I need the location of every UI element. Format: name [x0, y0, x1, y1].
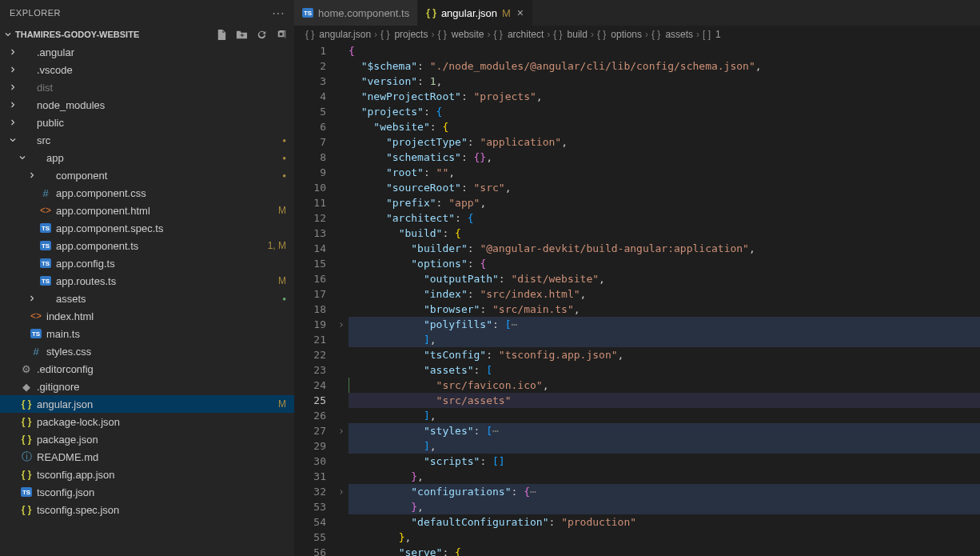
project-header[interactable]: THAMIRES-GODOY-WEBSITE [0, 26, 294, 43]
code-line[interactable]: "outputPath": "dist/website", [349, 271, 980, 286]
breadcrumb-item[interactable]: projects [394, 29, 428, 40]
code-line[interactable]: "polyfills": [⋯ [349, 317, 980, 332]
git-status: M [278, 205, 286, 216]
breadcrumb-item[interactable]: 1 [715, 29, 721, 40]
code-line[interactable]: "src/assets" [349, 393, 980, 408]
tree-file[interactable]: ⓘREADME.md [0, 448, 294, 466]
code-line[interactable]: "configurations": {⋯ [349, 484, 980, 499]
tree-file[interactable]: #app.component.css [0, 184, 294, 202]
fold-toggle [334, 302, 349, 317]
close-icon[interactable]: × [517, 6, 524, 19]
tree-folder[interactable]: src● [0, 131, 294, 149]
code-line[interactable]: "options": { [349, 256, 980, 271]
code-line[interactable]: "scripts": [] [349, 454, 980, 469]
tree-folder[interactable]: assets● [0, 290, 294, 307]
code-line[interactable]: }, [349, 499, 980, 514]
tree-file[interactable]: { }package.json [0, 430, 294, 448]
tree-file[interactable]: TSapp.component.ts1, M [0, 237, 294, 254]
tree-file[interactable]: <>index.html [0, 307, 294, 325]
breadcrumb-item[interactable]: assets [665, 29, 693, 40]
tree-file[interactable]: TSapp.routes.tsM [0, 272, 294, 290]
tree-folder[interactable]: public [0, 114, 294, 131]
tree-folder[interactable]: node_modules [0, 96, 294, 114]
fold-toggle[interactable] [334, 317, 349, 332]
fold-toggle [334, 438, 349, 454]
code-line[interactable]: "$schema": "./node_modules/@angular/cli/… [349, 58, 980, 74]
new-file-icon[interactable] [216, 29, 228, 41]
code-line[interactable]: "projectType": "application", [349, 134, 980, 150]
tree-folder[interactable]: .angular [0, 43, 294, 61]
line-number: 32 [294, 484, 331, 499]
code-line[interactable]: ], [349, 438, 980, 454]
code-line[interactable]: "schematics": {}, [349, 150, 980, 165]
tree-folder[interactable]: .vscode [0, 61, 294, 78]
tree-file[interactable]: { }package-lock.json [0, 413, 294, 430]
code-line[interactable]: "prefix": "app", [349, 195, 980, 210]
breadcrumb-item[interactable]: build [568, 29, 588, 40]
tree-file[interactable]: { }tsconfig.spec.json [0, 501, 294, 518]
code-line[interactable]: "assets": [ [349, 362, 980, 378]
fold-toggle [334, 454, 349, 469]
code-line[interactable]: "serve": { [349, 545, 980, 556]
code-line[interactable]: "root": "", [349, 165, 980, 180]
refresh-icon[interactable] [256, 29, 268, 41]
tree-folder[interactable]: app● [0, 149, 294, 166]
code-line[interactable]: "src/favicon.ico", [349, 378, 980, 393]
tree-file[interactable]: ◆.gitignore [0, 378, 294, 395]
tree-file[interactable]: { }tsconfig.app.json [0, 466, 294, 483]
file-tree: .angular.vscodedistnode_modulespublicsrc… [0, 43, 294, 556]
code-line[interactable]: "sourceRoot": "src", [349, 180, 980, 195]
editor-tab[interactable]: TShome.component.ts [294, 0, 418, 26]
code-line[interactable]: "website": { [349, 119, 980, 134]
more-actions-icon[interactable]: ⋯ [272, 6, 285, 21]
tree-file[interactable]: ⚙.editorconfig [0, 360, 294, 378]
code-line[interactable]: "architect": { [349, 210, 980, 226]
collapse-all-icon[interactable] [276, 29, 288, 41]
code-line[interactable]: "browser": "src/main.ts", [349, 302, 980, 317]
fold-toggle[interactable] [334, 423, 349, 438]
breadcrumb-item[interactable]: website [452, 29, 484, 40]
tree-file[interactable]: <>app.component.htmlM [0, 202, 294, 219]
line-number: 16 [294, 271, 331, 286]
code-line[interactable]: "build": { [349, 226, 980, 241]
chevron-right-icon: › [696, 29, 699, 40]
tree-file[interactable]: TSapp.component.spec.ts [0, 219, 294, 237]
tree-folder[interactable]: component● [0, 166, 294, 184]
editor-tab[interactable]: { }angular.jsonM× [418, 0, 532, 26]
fold-column [334, 43, 349, 556]
file-icon: TS [38, 276, 53, 286]
breadcrumb-item[interactable]: angular.json [319, 29, 371, 40]
git-status: M [278, 398, 286, 410]
code-line[interactable]: "version": 1, [349, 74, 980, 89]
code-editor[interactable]: 1234567891011121314151617181921222324252… [294, 43, 980, 556]
code-line[interactable]: "styles": [⋯ [349, 423, 980, 438]
tree-file[interactable]: TStsconfig.json [0, 483, 294, 501]
file-icon: <> [29, 310, 43, 322]
breadcrumbs[interactable]: { }angular.json›{ }projects›{ }website›{… [294, 26, 980, 43]
tree-file[interactable]: TSmain.ts [0, 325, 294, 342]
line-number: 3 [294, 74, 331, 89]
tree-file[interactable]: TSapp.config.ts [0, 254, 294, 272]
tree-folder[interactable]: dist [0, 78, 294, 96]
code-line[interactable]: }, [349, 530, 980, 545]
code-line[interactable]: "index": "src/index.html", [349, 286, 980, 302]
tree-file[interactable]: #styles.css [0, 342, 294, 360]
breadcrumb-item[interactable]: options [611, 29, 642, 40]
code-line[interactable]: "builder": "@angular-devkit/build-angula… [349, 241, 980, 256]
fold-toggle [334, 150, 349, 165]
code-content[interactable]: { "$schema": "./node_modules/@angular/cl… [349, 43, 980, 556]
fold-toggle [334, 195, 349, 210]
code-line[interactable]: { [349, 43, 980, 58]
code-line[interactable]: ], [349, 408, 980, 423]
tree-file[interactable]: { }angular.jsonM [0, 395, 294, 413]
line-number: 11 [294, 195, 331, 210]
breadcrumb-item[interactable]: architect [508, 29, 544, 40]
code-line[interactable]: }, [349, 469, 980, 484]
new-folder-icon[interactable] [236, 29, 248, 41]
code-line[interactable]: "tsConfig": "tsconfig.app.json", [349, 347, 980, 362]
code-line[interactable]: ], [349, 332, 980, 347]
code-line[interactable]: "projects": { [349, 104, 980, 119]
code-line[interactable]: "newProjectRoot": "projects", [349, 89, 980, 104]
code-line[interactable]: "defaultConfiguration": "production" [349, 514, 980, 530]
fold-toggle[interactable] [334, 484, 349, 499]
